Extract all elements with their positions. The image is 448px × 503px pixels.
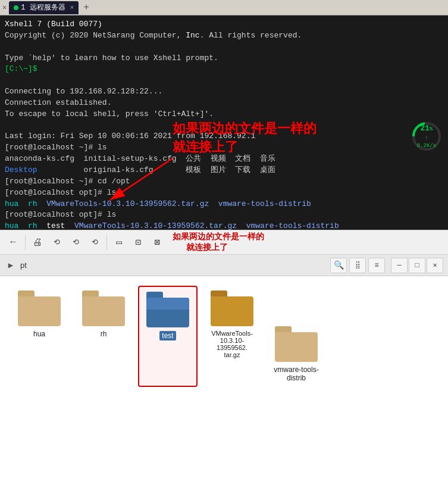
terminal-line-6 — [5, 75, 443, 86]
fm-view-btn2[interactable]: ≡ — [368, 258, 385, 273]
toolbar-print-btn[interactable]: 🖨 — [29, 234, 46, 251]
fm-search-btn[interactable]: 🔍 — [330, 258, 347, 273]
terminal-line-18: [root@localhost opt]# ls — [5, 210, 443, 221]
fm-controls: 🔍 ⣿ ≡ — [330, 258, 385, 273]
file-item-rh[interactable]: rh — [74, 286, 133, 387]
terminal-line-3 — [5, 42, 443, 53]
fm-close-btn[interactable]: ✕ — [427, 258, 443, 273]
terminal-line-11: Last login: Fri Sep 10 00:06:16 2021 fro… — [5, 131, 443, 142]
toolbar-sync-btn2[interactable]: ⟲ — [67, 234, 84, 251]
fm-maximize-btn[interactable]: □ — [409, 258, 425, 273]
tab-bar: ✕ 1 远程服务器 × + — [0, 0, 448, 15]
file-grid: hua rh test VMwareTo — [0, 276, 448, 503]
folder-icon-hua — [18, 290, 61, 326]
terminal-line-7: Connecting to 192.168.92.128:22... — [5, 86, 443, 98]
file-item-hua[interactable]: hua — [10, 286, 69, 387]
terminal-line-1: Xshell 7 (Build 0077) — [5, 19, 443, 30]
terminal-window[interactable]: Xshell 7 (Build 0077) Copyright (c) 2020… — [0, 15, 448, 230]
file-item-test[interactable]: test — [138, 286, 198, 387]
file-manager: ▶ pt 🔍 ⣿ ≡ — □ ✕ hua rh — [0, 255, 448, 503]
folder-icon-vmwaretools — [211, 290, 253, 326]
file-label-vmwaretools: VMwareTools-10.3.10-13959562.tar.gz — [205, 330, 259, 358]
folder-icon-rh — [82, 290, 125, 326]
terminal-line-13: anaconda-ks.cfg initial-setup-ks.cfg 公共 … — [5, 154, 443, 165]
file-label-vmware-distrib: vmware-tools-distrib — [269, 365, 324, 382]
terminal-line-16: [root@localhost opt]# ls — [5, 188, 443, 199]
fm-window-controls: — □ ✕ — [391, 258, 443, 273]
toolbar-sync-btn1[interactable]: ⟲ — [48, 234, 65, 251]
tab-label: 1 远程服务器 — [21, 2, 65, 13]
terminal-line-4: Type `help' to learn how to use Xshell p… — [5, 53, 443, 64]
annotation-toolbar-text: 如果两边的文件是一样的 就连接上了 — [173, 232, 264, 253]
progress-percent: 21% — [417, 123, 436, 135]
toolbar-view-btn1[interactable]: ▭ — [111, 234, 127, 251]
terminal-line-12: [root@localhost ~]# ls — [5, 142, 443, 154]
file-label-hua: hua — [33, 330, 45, 338]
terminal-line-17: hua rh VMwareTools-10.3.10-13959562.tar.… — [5, 199, 443, 210]
toolbar-sync-btn3[interactable]: ⟲ — [86, 234, 103, 251]
terminal-line-10 — [5, 120, 443, 132]
file-item-vmwaretools[interactable]: VMwareTools-10.3.10-13959562.tar.gz — [202, 286, 262, 387]
pin-icon[interactable]: ✕ — [2, 3, 7, 12]
file-item-vmware-distrib[interactable]: vmware-tools-distrib — [267, 321, 326, 387]
progress-circle: 21% ↑ 0.2K/s — [410, 120, 443, 153]
toolbar-view-btn2[interactable]: ⊡ — [130, 234, 146, 251]
terminal-line-2: Copyright (c) 2020 NetSarang Computer, I… — [5, 30, 443, 42]
tab-status-indicator — [14, 5, 18, 10]
terminal-line-9: To escape to local shell, press 'Ctrl+Al… — [5, 109, 443, 120]
folder-icon-vmware-distrib — [275, 326, 318, 362]
toolbar: ← 🖨 ⟲ ⟲ ⟲ ▭ ⊡ ⊠ 如果两边的文件是一样的 就连接上了 — [0, 230, 448, 255]
file-label-rh: rh — [101, 330, 107, 338]
fm-nav-btn[interactable]: ▶ — [5, 260, 17, 271]
toolbar-sep-2 — [106, 235, 107, 249]
toolbar-back-btn[interactable]: ← — [5, 234, 21, 251]
tab-remote-server[interactable]: 1 远程服务器 × — [9, 1, 79, 14]
terminal-line-14: Desktop original-ks.cfg 模板 图片 下载 桌面 — [5, 165, 443, 176]
terminal-line-5: [C:\~]$ — [5, 64, 443, 75]
fm-path-text: pt — [20, 261, 27, 270]
file-label-test: test — [159, 331, 176, 340]
folder-icon-test — [146, 292, 189, 327]
toolbar-filter-btn[interactable]: ⊠ — [149, 234, 165, 251]
fm-header: ▶ pt 🔍 ⣿ ≡ — □ ✕ — [0, 255, 448, 276]
terminal-line-8: Connection established. — [5, 98, 443, 109]
fm-view-btn1[interactable]: ⣿ — [349, 258, 366, 273]
tab-close-icon[interactable]: × — [70, 4, 74, 11]
fm-minimize-btn[interactable]: — — [391, 258, 408, 273]
new-tab-button[interactable]: + — [80, 2, 93, 13]
terminal-line-19: hua rh test VMwareTools-10.3.10-13959562… — [5, 221, 443, 230]
terminal-line-15: [root@localhost ~]# cd /opt — [5, 176, 443, 188]
toolbar-sep-1 — [25, 235, 26, 249]
progress-speed: ↑ 0.2K/s — [417, 134, 436, 149]
